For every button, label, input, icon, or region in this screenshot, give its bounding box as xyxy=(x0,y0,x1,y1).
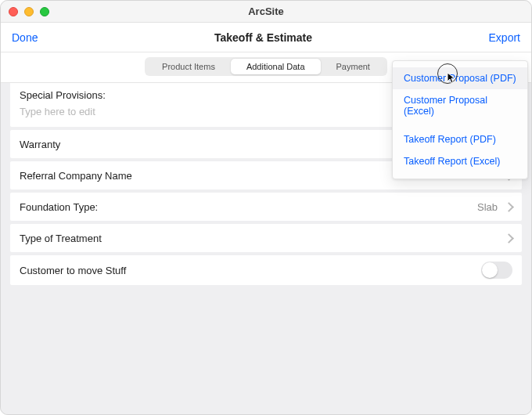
export-button[interactable]: Export xyxy=(489,31,520,44)
export-customer-proposal-pdf[interactable]: Customer Proposal (PDF) xyxy=(393,67,527,89)
menu-divider xyxy=(393,122,527,128)
app-window: ArcSite Done Takeoff & Estimate Export P… xyxy=(0,0,532,415)
tab-additional-data[interactable]: Additional Data xyxy=(231,59,321,74)
fullscreen-icon[interactable] xyxy=(40,7,49,16)
treatment-label: Type of Treatment xyxy=(20,233,102,244)
toolbar: Done Takeoff & Estimate Export xyxy=(1,23,531,52)
referral-label: Referral Company Name xyxy=(20,170,132,182)
tab-payment[interactable]: Payment xyxy=(321,59,386,74)
close-icon[interactable] xyxy=(9,7,18,16)
export-takeoff-report-pdf[interactable]: Takeoff Report (PDF) xyxy=(393,128,527,150)
foundation-label: Foundation Type: xyxy=(20,201,98,213)
window-controls xyxy=(9,7,49,16)
move-stuff-label: Customer to move Stuff xyxy=(20,265,126,276)
export-customer-proposal-excel[interactable]: Customer Proposal (Excel) xyxy=(393,89,527,122)
foundation-value: Slab xyxy=(477,201,498,213)
done-button[interactable]: Done xyxy=(12,31,38,44)
app-title: ArcSite xyxy=(9,5,523,17)
page-title: Takeoff & Estimate xyxy=(214,31,312,44)
toggle-knob xyxy=(482,262,498,278)
warranty-label: Warranty xyxy=(20,139,60,150)
titlebar: ArcSite xyxy=(1,1,531,23)
tab-product-items[interactable]: Product Items xyxy=(146,59,231,74)
segmented-control: Product Items Additional Data Payment xyxy=(145,57,387,76)
field-move-stuff: Customer to move Stuff xyxy=(10,255,522,285)
minimize-icon[interactable] xyxy=(24,7,34,16)
field-foundation-type[interactable]: Foundation Type: Slab xyxy=(10,193,522,221)
chevron-right-icon xyxy=(504,202,514,212)
export-takeoff-report-excel[interactable]: Takeoff Report (Excel) xyxy=(393,150,527,172)
chevron-right-icon xyxy=(504,233,514,244)
move-stuff-toggle[interactable] xyxy=(481,262,512,279)
export-menu: Customer Proposal (PDF) Customer Proposa… xyxy=(392,60,528,179)
field-treatment-type[interactable]: Type of Treatment xyxy=(10,224,522,252)
